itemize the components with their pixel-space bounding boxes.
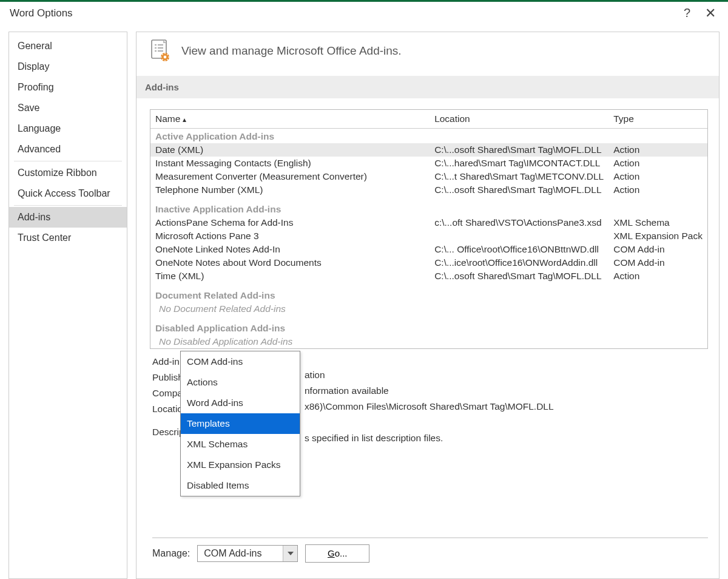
manage-label: Manage: xyxy=(152,548,190,559)
window-controls: ? ✕ xyxy=(684,6,728,20)
cell-type: Action xyxy=(608,157,707,170)
cell-type: Action xyxy=(608,183,707,197)
dropdown-option-xml-schemas[interactable]: XML Schemas xyxy=(181,434,300,455)
sidebar-item-proofing[interactable]: Proofing xyxy=(9,77,127,98)
go-button[interactable]: Go... xyxy=(305,544,369,563)
sidebar-item-general[interactable]: General xyxy=(9,36,127,56)
group-empty: No Disabled Application Add-ins xyxy=(150,335,707,348)
table-row[interactable]: OneNote Notes about Word DocumentsC:\...… xyxy=(150,256,707,269)
dropdown-option-actions[interactable]: Actions xyxy=(181,372,300,393)
addins-table: NameLocationTypeActive Application Add-i… xyxy=(150,109,708,349)
go-button-tail: o... xyxy=(335,548,348,558)
page-header: View and manage Microsoft Office Add-ins… xyxy=(136,32,719,76)
cell-type: Action xyxy=(608,143,707,157)
svg-point-8 xyxy=(164,56,167,59)
section-heading: Add-ins xyxy=(136,76,719,98)
cell-name: ActionsPane Schema for Add-Ins xyxy=(150,216,430,229)
column-header-name[interactable]: Name xyxy=(150,110,430,129)
sidebar-item-save[interactable]: Save xyxy=(9,98,127,118)
cell-name: Measurement Converter (Measurement Conve… xyxy=(150,170,430,183)
dropdown-option-word-add-ins[interactable]: Word Add-ins xyxy=(181,393,300,413)
cell-location: C:\... Office\root\Office16\ONBttnWD.dll xyxy=(430,243,608,256)
cell-type: XML Expansion Pack xyxy=(608,229,707,243)
sidebar-item-trust-center[interactable]: Trust Center xyxy=(9,228,127,248)
window-title: Word Options xyxy=(10,7,73,19)
cell-type: Action xyxy=(608,269,707,283)
group-header: Disabled Application Add-ins xyxy=(150,316,707,335)
table-row[interactable]: ActionsPane Schema for Add-Insc:\...oft … xyxy=(150,216,707,229)
table-row[interactable]: Telephone Number (XML)C:\...osoft Shared… xyxy=(150,183,707,197)
cell-name: Instant Messaging Contacts (English) xyxy=(150,157,430,170)
sidebar-item-customize-ribbon[interactable]: Customize Ribbon xyxy=(9,163,127,183)
addin-details: Add-in: Publishe Compat Location Descrip… xyxy=(136,349,719,538)
dropdown-option-disabled-items[interactable]: Disabled Items xyxy=(181,475,300,496)
cell-name: Time (XML) xyxy=(150,269,430,283)
dropdown-option-xml-expansion-packs[interactable]: XML Expansion Packs xyxy=(181,455,300,475)
table-row[interactable]: Measurement Converter (Measurement Conve… xyxy=(150,170,707,183)
sidebar-item-quick-access-toolbar[interactable]: Quick Access Toolbar xyxy=(9,183,127,204)
column-header-location[interactable]: Location xyxy=(430,110,608,129)
cell-name: Telephone Number (XML) xyxy=(150,183,430,197)
sidebar-item-advanced[interactable]: Advanced xyxy=(9,139,127,160)
table-row[interactable]: Time (XML)C:\...osoft Shared\Smart Tag\M… xyxy=(150,269,707,283)
cell-name: Microsoft Actions Pane 3 xyxy=(150,229,430,243)
help-icon[interactable]: ? xyxy=(684,6,690,20)
sidebar-item-add-ins[interactable]: Add-ins xyxy=(9,207,127,228)
cell-location xyxy=(430,229,608,243)
cell-location: C:\...osoft Shared\Smart Tag\MOFL.DLL xyxy=(430,269,608,283)
manage-combo[interactable]: COM Add-ins xyxy=(197,545,298,562)
table-row[interactable]: Microsoft Actions Pane 3XML Expansion Pa… xyxy=(150,229,707,243)
detail-publisher-tail: ation xyxy=(305,367,325,383)
cell-name: OneNote Linked Notes Add-In xyxy=(150,243,430,256)
page-heading: View and manage Microsoft Office Add-ins… xyxy=(181,44,402,58)
dropdown-option-templates[interactable]: Templates xyxy=(181,413,300,434)
detail-location-tail: x86)\Common Files\Microsoft Shared\Smart… xyxy=(305,399,554,415)
group-header: Document Related Add-ins xyxy=(150,283,707,302)
close-icon[interactable]: ✕ xyxy=(705,7,716,20)
sidebar-separator xyxy=(14,161,122,161)
column-header-type[interactable]: Type xyxy=(608,110,707,129)
cell-type: COM Add-in xyxy=(608,243,707,256)
content-pane: View and manage Microsoft Office Add-ins… xyxy=(136,32,720,579)
detail-compat-tail: nformation available xyxy=(305,383,389,399)
manage-dropdown[interactable]: COM Add-insActionsWord Add-insTemplatesX… xyxy=(180,351,300,496)
table-row[interactable]: Instant Messaging Contacts (English)C:\.… xyxy=(150,157,707,170)
dropdown-option-com-add-ins[interactable]: COM Add-ins xyxy=(181,351,300,372)
cell-type: Action xyxy=(608,170,707,183)
manage-combo-value: COM Add-ins xyxy=(198,548,283,559)
chevron-down-icon[interactable] xyxy=(283,546,297,561)
cell-location: c:\...oft Shared\VSTO\ActionsPane3.xsd xyxy=(430,216,608,229)
cell-type: XML Schema xyxy=(608,216,707,229)
group-empty: No Document Related Add-ins xyxy=(150,302,707,316)
cell-location: C:\...ice\root\Office16\ONWordAddin.dll xyxy=(430,256,608,269)
title-bar: Word Options ? ✕ xyxy=(0,0,728,24)
detail-description-tail: s specified in list description files. xyxy=(305,430,443,446)
cell-location: C:\...osoft Shared\Smart Tag\MOFL.DLL xyxy=(430,183,608,197)
cell-location: C:\...t Shared\Smart Tag\METCONV.DLL xyxy=(430,170,608,183)
table-row[interactable]: Date (XML)C:\...osoft Shared\Smart Tag\M… xyxy=(150,143,707,157)
cell-location: C:\...hared\Smart Tag\IMCONTACT.DLL xyxy=(430,157,608,170)
manage-row: Manage: COM Add-ins Go... xyxy=(136,543,719,567)
sidebar-item-display[interactable]: Display xyxy=(9,56,127,77)
table-row[interactable]: OneNote Linked Notes Add-InC:\... Office… xyxy=(150,243,707,256)
options-sidebar: GeneralDisplayProofingSaveLanguageAdvanc… xyxy=(8,32,127,579)
sidebar-separator xyxy=(14,205,122,206)
group-header: Active Application Add-ins xyxy=(150,129,707,144)
cell-location: C:\...osoft Shared\Smart Tag\MOFL.DLL xyxy=(430,143,608,157)
addins-page-icon xyxy=(150,39,170,63)
cell-name: OneNote Notes about Word Documents xyxy=(150,256,430,269)
sidebar-item-language[interactable]: Language xyxy=(9,118,127,139)
cell-name: Date (XML) xyxy=(150,143,430,157)
cell-type: COM Add-in xyxy=(608,256,707,269)
group-header: Inactive Application Add-ins xyxy=(150,197,707,216)
